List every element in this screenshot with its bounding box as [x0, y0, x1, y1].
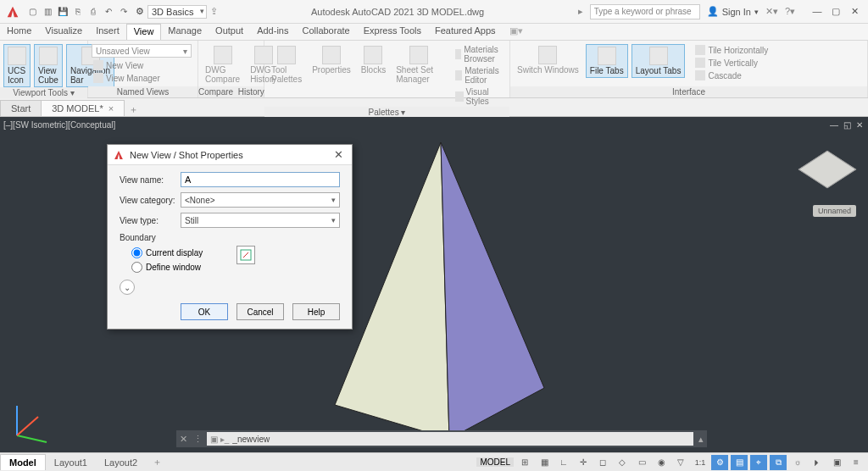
grid-toggle-icon[interactable]: ⊞	[516, 455, 533, 470]
tab-output[interactable]: Output	[209, 24, 250, 40]
sheet-set-manager-button[interactable]: Sheet Set Manager	[392, 44, 445, 86]
dialog-close-button[interactable]: ✕	[331, 148, 347, 161]
qat-print-icon[interactable]: ⎙	[86, 5, 100, 19]
qat-redo-icon[interactable]: ↷	[117, 5, 131, 19]
dyn-input-toggle-icon[interactable]: ▭	[633, 455, 650, 470]
switch-windows-button[interactable]: Switch Windows	[514, 44, 582, 76]
qat-undo-icon[interactable]: ↶	[102, 5, 115, 19]
share-icon[interactable]: ⇪	[210, 6, 218, 17]
app-exchange-icon[interactable]: ✕▾	[765, 6, 778, 17]
quick-props-icon[interactable]: ⧉	[770, 455, 787, 470]
cascade-button[interactable]: Cascade	[693, 69, 770, 81]
qat-new-icon[interactable]: ▢	[25, 5, 39, 19]
new-view-button[interactable]: New View	[92, 59, 162, 71]
view-type-select[interactable]: Still	[181, 213, 340, 228]
tab-visualize[interactable]: Visualize	[38, 24, 89, 40]
materials-browser-button[interactable]: Materials Browser	[453, 44, 506, 64]
hardware-accel-icon[interactable]: ⏵	[809, 455, 826, 470]
command-close-icon[interactable]: ✕	[176, 434, 190, 445]
view-cube-button[interactable]: View Cube	[34, 44, 63, 87]
layout-tab-2[interactable]: Layout2	[96, 455, 146, 470]
viewport-controls-label[interactable]: [–][SW Isometric][Conceptual]	[3, 120, 115, 130]
workspace-dropdown[interactable]: 3D Basics	[147, 5, 207, 19]
filter-toggle-icon[interactable]: ▽	[672, 455, 689, 470]
gizmo-toggle-icon[interactable]: ◉	[653, 455, 670, 470]
view-category-select[interactable]: <None>	[181, 192, 340, 208]
units-toggle-icon[interactable]: ⌖	[750, 455, 767, 470]
tab-home[interactable]: Home	[0, 24, 38, 40]
ortho-toggle-icon[interactable]: ∟	[555, 455, 572, 470]
panel-named-views-label[interactable]: Named Views	[88, 86, 198, 97]
dialog-titlebar[interactable]: New View / Shot Properties ✕	[108, 145, 352, 165]
help-search-input[interactable]: Type a keyword or phrase	[590, 4, 700, 19]
3dosnap-toggle-icon[interactable]: ◇	[614, 455, 631, 470]
viewport-close-icon[interactable]: ✕	[856, 120, 863, 130]
command-input[interactable]: ▣ ▸_ _newview	[207, 432, 693, 446]
qat-open-icon[interactable]: ▥	[41, 5, 54, 19]
ok-button[interactable]: OK	[181, 303, 228, 320]
close-button[interactable]: ✕	[846, 6, 863, 17]
isolate-toggle-icon[interactable]: ☼	[789, 455, 806, 470]
visual-styles-button[interactable]: Visual Styles	[453, 86, 506, 107]
tab-express-tools[interactable]: Express Tools	[357, 24, 428, 40]
qat-saveas-icon[interactable]: ⎘	[71, 5, 85, 19]
tab-view[interactable]: View	[126, 24, 162, 40]
minimize-button[interactable]: —	[809, 6, 826, 17]
tab-manage[interactable]: Manage	[161, 24, 209, 40]
help-button[interactable]: Help	[292, 303, 340, 320]
workspace-switcher[interactable]: ⚙ 3D Basics ⇪	[136, 5, 218, 19]
command-recent-icon[interactable]: ▴	[695, 434, 707, 445]
viewport-minimize-icon[interactable]: —	[830, 120, 838, 130]
layout-tabs-button[interactable]: Layout Tabs	[632, 44, 686, 78]
annotation-monitor-icon[interactable]: ▤	[731, 455, 748, 470]
properties-button[interactable]: Properties	[309, 44, 354, 76]
view-name-input[interactable]	[181, 172, 340, 187]
view-manager-button[interactable]: View Manager	[92, 72, 162, 84]
dwg-compare-button[interactable]: DWG Compare	[202, 44, 243, 86]
radio-define-window[interactable]: Define window	[131, 262, 203, 273]
anno-toggle-icon[interactable]: 1:1	[692, 455, 709, 470]
osnap-toggle-icon[interactable]: ◻	[594, 455, 611, 470]
help-icon[interactable]: ?▾	[785, 6, 795, 17]
tab-insert[interactable]: Insert	[89, 24, 126, 40]
saved-view-badge[interactable]: Unnamed	[813, 205, 856, 217]
close-tab-icon[interactable]: ×	[108, 103, 114, 114]
define-window-pick-button[interactable]	[236, 246, 255, 264]
maximize-button[interactable]: ▢	[827, 6, 844, 17]
view-cube-widget[interactable]	[804, 146, 851, 193]
tile-vertically-button[interactable]: Tile Vertically	[693, 57, 770, 69]
command-handle-icon[interactable]: ⋮	[190, 434, 205, 445]
dialog-expand-button[interactable]: ⌄	[120, 280, 135, 295]
layout-tab-1[interactable]: Layout1	[46, 455, 96, 470]
add-file-tab-button[interactable]: ＋	[124, 103, 142, 116]
materials-editor-button[interactable]: Materials Editor	[453, 65, 506, 86]
radio-current-display[interactable]: Current display	[131, 247, 203, 258]
cancel-button[interactable]: Cancel	[236, 303, 284, 320]
file-tabs-button[interactable]: File Tabs	[586, 44, 628, 78]
snap-toggle-icon[interactable]: ▦	[536, 455, 553, 470]
add-layout-tab-button[interactable]: ＋	[146, 456, 169, 468]
qat-save-icon[interactable]: 💾	[56, 5, 70, 19]
blocks-button[interactable]: Blocks	[358, 44, 389, 76]
command-line[interactable]: ✕ ⋮ ▣ ▸_ _newview ▴	[176, 430, 707, 447]
signin-button[interactable]: 👤 Sign In ▾	[707, 6, 759, 17]
file-tab-document[interactable]: 3D MODEL*×	[41, 100, 125, 116]
tab-featured-apps[interactable]: Featured Apps	[428, 24, 503, 40]
tab-collaborate[interactable]: Collaborate	[295, 24, 356, 40]
clean-screen-icon[interactable]: ▣	[828, 455, 845, 470]
radio-current-display-input[interactable]	[131, 247, 142, 258]
tile-horizontally-button[interactable]: Tile Horizontally	[693, 44, 770, 56]
tab-overflow-icon[interactable]: ▣▾	[503, 24, 530, 40]
workspace-toggle-icon[interactable]: ⚙	[711, 455, 728, 470]
ucs-icon-button[interactable]: UCS Icon	[3, 44, 31, 87]
radio-define-window-input[interactable]	[131, 262, 142, 273]
customize-status-icon[interactable]: ≡	[848, 455, 865, 470]
status-model-label[interactable]: MODEL	[476, 457, 514, 467]
saved-view-dropdown[interactable]: Unsaved View▾	[92, 44, 192, 58]
panel-viewport-tools-label[interactable]: Viewport Tools ▾	[0, 87, 87, 98]
layout-tab-model[interactable]: Model	[0, 454, 46, 470]
viewport-restore-icon[interactable]: ◱	[843, 120, 851, 130]
file-tab-start[interactable]: Start	[0, 100, 42, 116]
tab-addins[interactable]: Add-ins	[250, 24, 295, 40]
tool-palettes-button[interactable]: Tool Palettes	[268, 44, 305, 86]
